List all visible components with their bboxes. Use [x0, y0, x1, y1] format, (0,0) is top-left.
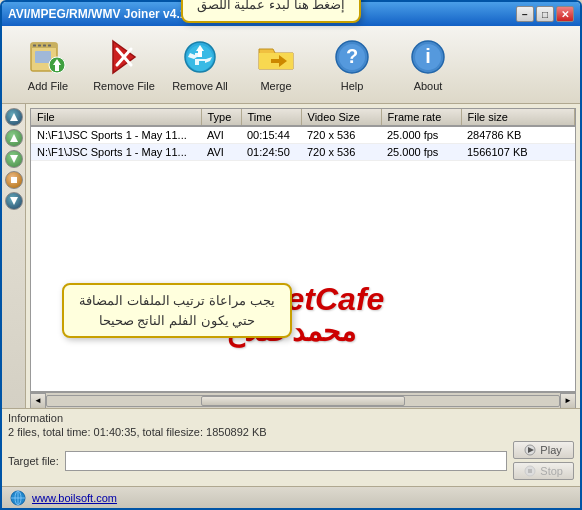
col-framerate: Frame rate	[381, 109, 461, 126]
remove-all-label: Remove All	[172, 80, 228, 92]
cell-type: AVI	[201, 144, 241, 161]
remove-file-label: Remove File	[93, 80, 155, 92]
minimize-button[interactable]: −	[516, 6, 534, 22]
svg-marker-22	[10, 155, 18, 163]
svg-rect-23	[11, 177, 17, 183]
toolbar: Add File Remove File	[2, 26, 580, 104]
scroll-right-arrow[interactable]: ►	[560, 393, 576, 409]
svg-rect-28	[528, 469, 532, 473]
merge-tooltip: إضغط هنا لبدء عملية اللصق	[181, 0, 361, 23]
about-button[interactable]: i About	[392, 32, 464, 97]
svg-text:?: ?	[346, 45, 358, 67]
col-filesize: File size	[461, 109, 575, 126]
cell-file: N:\F1\JSC Sports 1 - May 11...	[31, 126, 201, 144]
cell-filesize: 284786 KB	[461, 126, 575, 144]
svg-marker-20	[10, 113, 18, 121]
add-file-label: Add File	[28, 80, 68, 92]
target-input[interactable]	[65, 451, 508, 471]
side-btn-2[interactable]	[5, 129, 23, 147]
scroll-thumb[interactable]	[201, 396, 406, 406]
cell-time: 00:15:44	[241, 126, 301, 144]
remove-file-icon	[104, 37, 144, 77]
stop-button[interactable]: Stop	[513, 462, 574, 480]
horizontal-scrollbar[interactable]: ◄ ►	[30, 392, 576, 408]
cell-videosize: 720 x 536	[301, 144, 381, 161]
file-table[interactable]: File Type Time Video Size Frame rate Fil…	[30, 108, 576, 392]
window-title: AVI/MPEG/RM/WMV Joiner v4.11	[8, 7, 193, 21]
content-area: File Type Time Video Size Frame rate Fil…	[2, 104, 580, 408]
help-icon: ?	[332, 37, 372, 77]
about-label: About	[414, 80, 443, 92]
side-btn-4[interactable]	[5, 171, 23, 189]
remove-all-button[interactable]: Remove All	[164, 32, 236, 97]
scroll-track[interactable]	[46, 395, 560, 407]
cell-filesize: 1566107 KB	[461, 144, 575, 161]
svg-rect-5	[48, 45, 51, 47]
svg-rect-2	[33, 45, 36, 47]
window-controls: − □ ✕	[516, 6, 574, 22]
info-line: Information	[8, 412, 574, 424]
cell-type: AVI	[201, 126, 241, 144]
main-content: File Type Time Video Size Frame rate Fil…	[26, 104, 580, 408]
status-bar: Information 2 files, total time: 01:40:3…	[2, 408, 580, 486]
side-panel	[2, 104, 26, 408]
close-button[interactable]: ✕	[556, 6, 574, 22]
svg-marker-21	[10, 134, 18, 142]
target-label: Target file:	[8, 455, 59, 467]
play-label: Play	[540, 444, 561, 456]
merge-label: Merge	[260, 80, 291, 92]
cell-framerate: 25.000 fps	[381, 144, 461, 161]
scroll-left-arrow[interactable]: ◄	[30, 393, 46, 409]
cell-framerate: 25.000 fps	[381, 126, 461, 144]
remove-file-button[interactable]: Remove File	[88, 32, 160, 97]
maximize-button[interactable]: □	[536, 6, 554, 22]
col-videosize: Video Size	[301, 109, 381, 126]
svg-rect-3	[38, 45, 41, 47]
svg-marker-24	[10, 197, 18, 205]
about-icon: i	[408, 37, 448, 77]
info-detail: 2 files, total time: 01:40:35, total fil…	[8, 426, 267, 438]
table-row[interactable]: N:\F1\JSC Sports 1 - May 11... AVI 01:24…	[31, 144, 575, 161]
order-tooltip: يجب مراعاة ترتيب الملفات المضافة حتي يكو…	[62, 283, 292, 338]
col-type: Type	[201, 109, 241, 126]
info-label: Information	[8, 412, 63, 424]
add-file-icon	[28, 37, 68, 77]
merge-button[interactable]: Merge إضغط هنا لبدء عملية اللصق	[240, 32, 312, 97]
cell-time: 01:24:50	[241, 144, 301, 161]
cell-videosize: 720 x 536	[301, 126, 381, 144]
side-btn-3[interactable]	[5, 150, 23, 168]
cell-file: N:\F1\JSC Sports 1 - May 11...	[31, 144, 201, 161]
target-line: Target file: Play Stop	[8, 441, 574, 480]
col-time: Time	[241, 109, 301, 126]
svg-rect-6	[35, 51, 51, 63]
col-file: File	[31, 109, 201, 126]
table-row[interactable]: N:\F1\JSC Sports 1 - May 11... AVI 00:15…	[31, 126, 575, 144]
stop-label: Stop	[540, 465, 563, 477]
side-btn-5[interactable]	[5, 192, 23, 210]
earth-icon	[10, 490, 26, 506]
merge-icon	[256, 37, 296, 77]
website-url[interactable]: www.boilsoft.com	[32, 492, 117, 504]
remove-all-icon	[180, 37, 220, 77]
svg-text:i: i	[425, 45, 431, 67]
bottom-bar: www.boilsoft.com	[2, 486, 580, 508]
add-file-button[interactable]: Add File	[12, 32, 84, 97]
help-button[interactable]: ? Help	[316, 32, 388, 97]
side-btn-1[interactable]	[5, 108, 23, 126]
main-window: AVI/MPEG/RM/WMV Joiner v4.11 − □ ✕	[0, 0, 582, 510]
help-label: Help	[341, 80, 364, 92]
play-button[interactable]: Play	[513, 441, 574, 459]
svg-rect-4	[43, 45, 46, 47]
